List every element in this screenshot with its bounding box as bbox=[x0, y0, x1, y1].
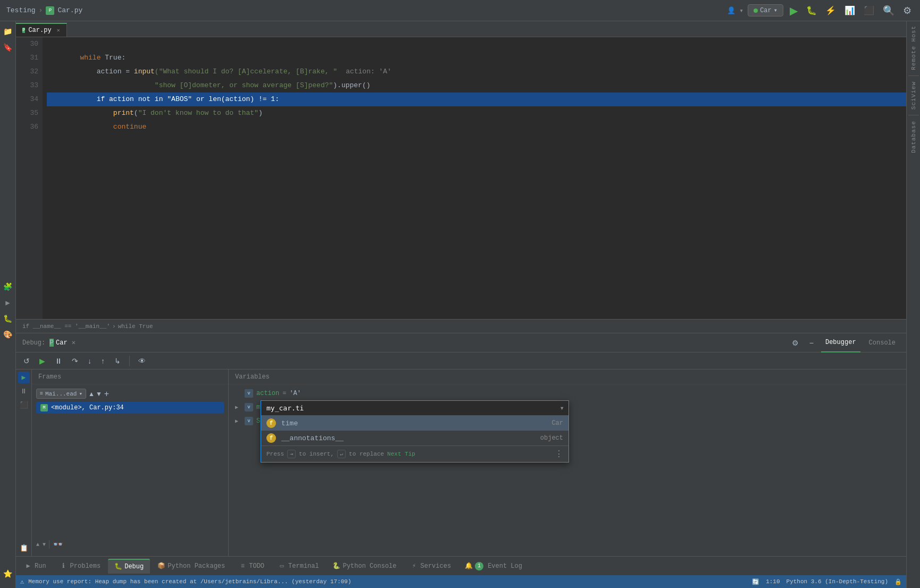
run-tab-icon: ▶ bbox=[24, 562, 32, 570]
frame-up-btn[interactable]: ▲ bbox=[88, 390, 95, 398]
frame-add-btn[interactable]: + bbox=[104, 389, 109, 399]
sidebar-database[interactable]: Database bbox=[908, 116, 919, 157]
code-line-36: continue bbox=[47, 120, 906, 134]
run-cursor-btn[interactable]: ↳ bbox=[111, 356, 124, 366]
debug-tab-debugger[interactable]: Debugger bbox=[821, 333, 860, 352]
debug-tab-console[interactable]: Console bbox=[865, 333, 900, 352]
tab-problems[interactable]: ℹ Problems bbox=[54, 559, 107, 574]
profile-button[interactable]: 📊 bbox=[842, 3, 857, 18]
sidebar-favorites-star[interactable]: ⭐ bbox=[1, 567, 15, 581]
tab-event-log[interactable]: 🔔 1 Event Log bbox=[458, 559, 529, 574]
ac-icon-time: f bbox=[266, 418, 276, 428]
tab-car-py[interactable]: P Car.py ✕ bbox=[16, 23, 67, 37]
sidebar-paint-icon[interactable]: 🎨 bbox=[1, 327, 15, 341]
tab-python-console[interactable]: 🐍 Python Console bbox=[327, 559, 403, 574]
evaluate-expr-btn[interactable]: 👓 bbox=[53, 539, 63, 550]
debug-body: ▶ ⏸ ⬛ 📋 Frames ≡ Mai...ea bbox=[16, 369, 906, 556]
status-message: Memory use report: Heap dump has been cr… bbox=[28, 578, 748, 585]
code-line-31: while True: bbox=[47, 51, 906, 65]
scroll-down-btn[interactable]: ▼ bbox=[43, 542, 46, 548]
sidebar-structure-icon[interactable]: 🧩 bbox=[1, 280, 15, 293]
editor[interactable]: 30 31 32 33 34 35 36 while True: bbox=[16, 37, 906, 333]
debug-button[interactable]: 🐛 bbox=[804, 3, 819, 18]
tab-run[interactable]: ▶ Run bbox=[18, 559, 53, 574]
var-item-action[interactable]: v action = 'A' bbox=[229, 387, 906, 400]
project-label: Testing bbox=[6, 6, 36, 14]
debug-toolbar: ↺ ▶ ⏸ ↷ ↓ ↑ ↳ 👁 bbox=[16, 352, 906, 369]
frames-panel: Frames ≡ Mai...ead ▾ ▲ ▼ bbox=[32, 369, 229, 556]
frame-item-0[interactable]: M <module>, Car.py:34 bbox=[36, 402, 224, 414]
ac-type-annotations: object bbox=[540, 434, 563, 442]
variables-content: v action = 'A' ▶ v my_ca ▶ bbox=[229, 384, 906, 556]
step-into-btn[interactable]: ↓ bbox=[85, 356, 95, 366]
run-button[interactable]: ▶ bbox=[788, 2, 800, 19]
todo-icon: ≡ bbox=[239, 562, 246, 570]
autocomplete-input-field[interactable] bbox=[261, 401, 556, 415]
breadcrumb: Testing › P Car.py bbox=[6, 6, 82, 15]
sidebar-remote-host[interactable]: Remote Host bbox=[908, 21, 919, 74]
next-tip-link[interactable]: Next Tip bbox=[387, 451, 415, 457]
step-out-btn[interactable]: ↑ bbox=[98, 356, 108, 366]
insert-key-icon: ⇥ bbox=[287, 450, 296, 458]
ac-icon-annotations: f bbox=[266, 433, 276, 443]
scroll-up-btn[interactable]: ▲ bbox=[36, 542, 39, 548]
debug-minimize-btn[interactable]: − bbox=[806, 338, 817, 348]
settings-button[interactable]: ⚙ bbox=[901, 3, 914, 19]
user-icon[interactable]: 👤 ▾ bbox=[727, 6, 744, 15]
debug-settings-btn[interactable]: ⚙ bbox=[789, 338, 802, 348]
python-console-icon: 🐍 bbox=[333, 562, 340, 570]
watches-btn[interactable]: 👁 bbox=[135, 356, 149, 366]
tab-todo[interactable]: ≡ TODO bbox=[232, 559, 271, 574]
debug-header: Debug: P Car ✕ ⚙ − Debugger Console bbox=[16, 333, 906, 352]
debug-pause-side-icon[interactable]: ⏸ bbox=[18, 385, 30, 397]
debug-resume-side-icon[interactable]: ▶ bbox=[18, 372, 30, 383]
tab-close-btn[interactable]: ✕ bbox=[57, 27, 60, 33]
restart-btn[interactable]: ↺ bbox=[20, 356, 33, 366]
debug-config: Car bbox=[56, 339, 68, 347]
file-icon: P bbox=[46, 6, 54, 15]
frame-module-icon: M bbox=[40, 404, 48, 411]
main-layout: 📁 🔖 🧩 ▶ 🐛 🎨 ⭐ P Car.py ✕ 30 31 32 3 bbox=[0, 21, 920, 588]
tab-python-packages[interactable]: 📦 Python Packages bbox=[151, 559, 231, 574]
cursor-position[interactable]: 1:10 bbox=[766, 578, 780, 585]
sidebar-bookmark-icon[interactable]: 🔖 bbox=[1, 40, 15, 54]
step-over-btn[interactable]: ↷ bbox=[69, 356, 81, 366]
services-icon: ⚡ bbox=[411, 562, 418, 570]
tab-services[interactable]: ⚡ Services bbox=[404, 559, 458, 574]
variables-header: Variables bbox=[229, 369, 906, 384]
tab-debug[interactable]: 🐛 Debug bbox=[108, 559, 150, 574]
event-log-icon: 🔔 bbox=[465, 562, 472, 570]
run-config-btn[interactable]: Car ▾ bbox=[748, 4, 783, 16]
python-version[interactable]: Python 3.6 (In-Depth-Testing) bbox=[787, 578, 888, 585]
stop-button[interactable]: ⬛ bbox=[862, 3, 876, 18]
right-sidebar: Remote Host SciView Database bbox=[906, 21, 920, 588]
frames-header: Frames bbox=[32, 369, 228, 384]
ac-label-time: time bbox=[281, 419, 546, 427]
debug-structure-side-icon[interactable]: 📋 bbox=[18, 542, 30, 554]
debug-stop-side-icon[interactable]: ⬛ bbox=[18, 399, 30, 411]
frames-dropdown[interactable]: ≡ Mai...ead ▾ bbox=[36, 389, 86, 399]
footer-replace: to replace bbox=[349, 451, 384, 457]
debug-close-btn[interactable]: ✕ bbox=[72, 339, 76, 347]
sidebar-debug-icon[interactable]: 🐛 bbox=[1, 312, 15, 325]
search-button[interactable]: 🔍 bbox=[881, 3, 897, 19]
code-line-32: action = input("What should I do? [A]cce… bbox=[47, 65, 906, 79]
ac-item-annotations[interactable]: f __annotations__ object bbox=[261, 431, 568, 446]
python-packages-icon: 📦 bbox=[157, 562, 165, 570]
pause-btn[interactable]: ⏸ bbox=[52, 356, 65, 366]
autocomplete-dropdown-btn[interactable]: ▾ bbox=[556, 401, 568, 415]
ac-item-time[interactable]: f time Car bbox=[261, 416, 568, 431]
debug-title: Debug: bbox=[22, 339, 45, 347]
replace-key-icon: ↵ bbox=[337, 450, 346, 458]
sidebar-sciview[interactable]: SciView bbox=[908, 77, 919, 114]
frames-content: ≡ Mai...ead ▾ ▲ ▼ + M < bbox=[32, 384, 228, 556]
ac-label-annotations: __annotations__ bbox=[281, 434, 535, 442]
resume-btn[interactable]: ▶ bbox=[36, 356, 48, 366]
ac-more-btn[interactable]: ⋮ bbox=[555, 449, 563, 459]
tab-terminal[interactable]: ▭ Terminal bbox=[272, 559, 325, 574]
sidebar-project-icon[interactable]: 📁 bbox=[1, 24, 15, 38]
autocomplete-popup: ▾ f time Car f __annotations__ object bbox=[261, 400, 569, 463]
sidebar-run-icon[interactable]: ▶ bbox=[1, 296, 15, 309]
frame-down-btn[interactable]: ▼ bbox=[96, 390, 102, 398]
coverage-button[interactable]: ⚡ bbox=[823, 3, 838, 18]
